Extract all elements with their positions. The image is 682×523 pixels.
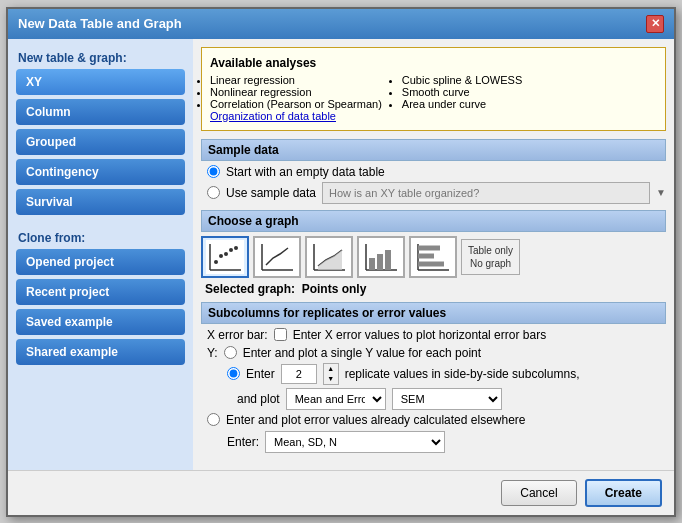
mean-error-dropdown[interactable]: Mean and Error [286,388,386,410]
selected-graph-value: Points only [302,282,367,296]
enter-dropdown[interactable]: Mean, SD, N [265,431,445,453]
y-single-label: Enter and plot a single Y value for each… [243,346,481,360]
choose-graph-header: Choose a graph [201,210,666,232]
y-option2-post: replicate values in side-by-side subcolu… [345,367,580,381]
nav-btn-contingency[interactable]: Contingency [16,159,185,185]
svg-point-5 [224,252,228,256]
svg-point-7 [234,246,238,250]
replicate-count-input[interactable] [281,364,317,384]
and-plot-label: and plot [237,392,280,406]
graph-thumb-hbar[interactable] [409,236,457,278]
graph-choices: Table only No graph [201,236,666,278]
org-link[interactable]: Organization of data table [210,110,336,122]
analysis-item: Nonlinear regression [210,86,382,98]
dialog-body: New table & graph: XY Column Grouped Con… [8,39,674,470]
y-label: Y: [207,346,218,360]
new-table-label: New table & graph: [8,47,193,67]
x-error-checkbox-label: Enter X error values to plot horizontal … [293,328,546,342]
hbar-chart-icon [414,240,452,274]
dialog-title: New Data Table and Graph [18,16,182,31]
analyses-columns: Linear regression Nonlinear regression C… [210,74,657,110]
enter-label: Enter: [227,435,259,449]
nav-btn-survival[interactable]: Survival [16,189,185,215]
y-replicate-radio[interactable] [227,367,240,380]
dialog-footer: Cancel Create [8,470,674,515]
svg-rect-18 [369,258,375,270]
svg-rect-0 [206,240,244,274]
cancel-button[interactable]: Cancel [501,480,576,506]
spinner-down[interactable]: ▼ [324,374,338,384]
clone-label: Clone from: [8,227,193,247]
graph-thumb-area[interactable] [305,236,353,278]
analyses-col2: Cubic spline & LOWESS Smooth curve Area … [402,74,522,110]
svg-point-3 [214,260,218,264]
analysis-item: Cubic spline & LOWESS [402,74,522,86]
empty-table-label: Start with an empty data table [226,165,385,179]
y-option2-pre: Enter [246,367,275,381]
y-section: Y: Enter and plot a single Y value for e… [207,346,660,453]
nav-btn-shared-example[interactable]: Shared example [16,339,185,365]
sample-data-input[interactable] [322,182,650,204]
nav-btn-recent-project[interactable]: Recent project [16,279,185,305]
dialog: New Data Table and Graph ✕ New table & g… [6,7,676,517]
analyses-title: Available analyses [210,56,657,70]
graph-thumb-bar[interactable] [357,236,405,278]
analysis-item: Area under curve [402,98,522,110]
spinner-up[interactable]: ▲ [324,364,338,374]
enter-row: Enter: Mean, SD, N [227,431,660,453]
create-button[interactable]: Create [585,479,662,507]
y-calculated-label: Enter and plot error values already calc… [226,413,526,427]
sample-data-use-row: Use sample data ▼ [207,182,666,204]
bar-chart-icon [362,240,400,274]
x-error-label: X error bar: [207,328,268,342]
nav-btn-grouped[interactable]: Grouped [16,129,185,155]
right-panel: Available analyses Linear regression Non… [193,39,674,470]
scatter-icon [206,240,244,274]
nav-btn-column[interactable]: Column [16,99,185,125]
nav-btn-xy[interactable]: XY [16,69,185,95]
sample-dropdown-arrow: ▼ [656,187,666,198]
left-panel: New table & graph: XY Column Grouped Con… [8,39,193,470]
y-label-row: Y: Enter and plot a single Y value for e… [207,346,660,360]
line-icon [258,240,296,274]
y-calculated-row: Enter and plot error values already calc… [207,413,660,427]
analysis-item: Correlation (Pearson or Spearman) [210,98,382,110]
analysis-item: Linear regression [210,74,382,86]
area-icon [310,240,348,274]
y-single-radio[interactable] [224,346,237,359]
svg-point-6 [229,248,233,252]
nav-btn-saved-example[interactable]: Saved example [16,309,185,335]
svg-rect-8 [258,240,296,274]
svg-rect-19 [377,254,383,270]
x-error-checkbox[interactable] [274,328,287,341]
y-replicate-row: Enter ▲ ▼ replicate values in side-by-si… [227,363,660,385]
nav-btn-opened-project[interactable]: Opened project [16,249,185,275]
svg-rect-20 [385,250,391,270]
y-calculated-radio[interactable] [207,413,220,426]
sem-dropdown[interactable]: SEM [392,388,502,410]
svg-point-4 [219,254,223,258]
selected-graph-label: Selected graph: Points only [205,282,666,296]
graph-thumb-line[interactable] [253,236,301,278]
use-sample-radio[interactable] [207,186,220,199]
graph-thumb-scatter[interactable] [201,236,249,278]
and-plot-row: and plot Mean and Error SEM [237,388,660,410]
sample-data-empty-row: Start with an empty data table [207,165,666,179]
table-only-line1: Table only [468,244,513,257]
use-sample-label: Use sample data [226,186,316,200]
empty-table-radio[interactable] [207,165,220,178]
subcolumns-section: X error bar: Enter X error values to plo… [201,328,666,453]
table-only-line2: No graph [468,257,513,270]
subcolumns-header: Subcolumns for replicates or error value… [201,302,666,324]
selected-graph-prefix: Selected graph: [205,282,295,296]
table-only-btn[interactable]: Table only No graph [461,239,520,275]
analysis-item: Smooth curve [402,86,522,98]
analyses-col1: Linear regression Nonlinear regression C… [210,74,382,110]
sample-data-header: Sample data [201,139,666,161]
analyses-box: Available analyses Linear regression Non… [201,47,666,131]
spinner-arrows: ▲ ▼ [323,363,339,385]
close-button[interactable]: ✕ [646,15,664,33]
x-error-row: X error bar: Enter X error values to plo… [207,328,660,342]
title-bar: New Data Table and Graph ✕ [8,9,674,39]
